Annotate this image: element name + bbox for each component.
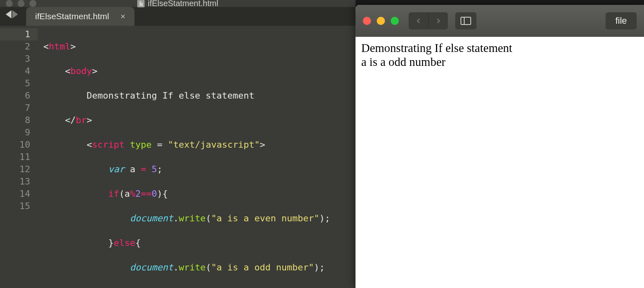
minimize-icon[interactable] [377, 17, 385, 25]
line-number: 9 [0, 126, 30, 139]
code-token: ( [119, 189, 124, 199]
code-token: if [108, 189, 119, 199]
code-token: % [130, 189, 135, 199]
code-token: < [43, 41, 49, 52]
code-token: html [49, 41, 70, 52]
code-token: = [135, 164, 152, 174]
line-gutter: 1 2 3 4 5 6 7 8 9 10 11 12 13 14 15 [0, 26, 38, 288]
code-token: script [92, 140, 124, 150]
code-token: = [152, 140, 168, 150]
url-field[interactable]: file [606, 12, 637, 29]
code-token: . [173, 213, 179, 223]
editor-titlebar: ifElseStatment.html [0, 0, 356, 7]
code-token: else [114, 238, 135, 248]
editor-nav-arrows [6, 7, 26, 26]
code-token: ( [206, 213, 211, 223]
code-area[interactable]: <html> <body> Demonstrating If else stat… [38, 26, 356, 288]
line-number: 3 [0, 53, 30, 65]
editor-window: ifElseStatment.html ifElseStatment.html … [0, 0, 356, 288]
code-token: br [76, 115, 87, 125]
code-token: > [92, 66, 97, 76]
line-number: 11 [0, 151, 30, 163]
line-number: 1 [0, 28, 38, 40]
line-number: 10 [0, 139, 30, 151]
code-token: document [130, 213, 173, 223]
code-token: "a is a odd number" [211, 262, 314, 272]
browser-content: Demonstrating If else statement a is a o… [356, 37, 644, 288]
close-icon[interactable] [6, 0, 13, 7]
code-token: == [141, 189, 152, 199]
code-token: Demonstrating If else statement [87, 90, 255, 101]
nav-forward-button[interactable] [428, 12, 448, 29]
nav-forward-icon[interactable] [12, 10, 18, 18]
maximize-icon[interactable] [391, 17, 399, 25]
tab-close-icon[interactable]: × [121, 12, 125, 21]
code-token: . [173, 262, 179, 272]
code-token: ( [206, 262, 211, 272]
code-token: < [87, 140, 92, 150]
code-token: var [108, 164, 125, 174]
line-number: 14 [0, 188, 30, 200]
editor-tabbar: ifElseStatment.html × [0, 7, 356, 26]
page-text-line: a is a odd number [361, 55, 638, 69]
code-token: write [179, 262, 206, 272]
browser-traffic-lights [363, 17, 399, 25]
maximize-icon[interactable] [29, 0, 36, 7]
code-token: { [135, 238, 141, 248]
code-token: ){ [157, 189, 168, 199]
code-token: 2 [135, 189, 141, 199]
editor-tab[interactable]: ifElseStatment.html × [26, 7, 134, 26]
nav-back-button[interactable] [409, 12, 428, 29]
code-token: write [179, 213, 206, 223]
code-token: ); [314, 262, 325, 272]
line-number: 7 [0, 102, 30, 114]
editor-title-label: ifElseStatment.html [148, 0, 218, 8]
line-number: 12 [0, 163, 30, 176]
code-token: 0 [152, 189, 157, 199]
line-number: 2 [0, 40, 30, 53]
minimize-icon[interactable] [18, 0, 25, 7]
code-token: ; [157, 164, 162, 174]
line-number: 15 [0, 200, 30, 212]
line-number: 5 [0, 77, 30, 90]
editor-window-title: ifElseStatment.html [137, 0, 218, 8]
code-token: </ [65, 115, 76, 125]
code-token: "a is a even number" [211, 213, 320, 223]
code-token: body [70, 66, 92, 76]
line-number: 6 [0, 90, 30, 102]
close-icon[interactable] [363, 17, 371, 25]
code-token: ); [320, 213, 331, 223]
line-number: 4 [0, 65, 30, 77]
code-token: "text/javascript" [168, 140, 260, 150]
code-token: 5 [152, 164, 157, 174]
code-token: document [130, 262, 173, 272]
code-token [125, 164, 130, 174]
editor-traffic-lights [6, 0, 36, 7]
line-number: 8 [0, 114, 30, 126]
line-number: 13 [0, 176, 30, 188]
code-token: > [70, 41, 76, 52]
sidebar-toggle-button[interactable] [455, 12, 476, 29]
code-token: < [65, 66, 70, 76]
editor-body: 1 2 3 4 5 6 7 8 9 10 11 12 13 14 15 <htm… [0, 26, 356, 288]
browser-titlebar: file [356, 5, 644, 37]
editor-tab-label: ifElseStatment.html [35, 11, 109, 21]
code-token: } [108, 238, 114, 248]
code-token: > [260, 140, 265, 150]
nav-back-icon[interactable] [6, 10, 11, 18]
code-token: a [125, 189, 130, 199]
code-token: a [130, 164, 135, 174]
page-text-line: Demonstrating If else statement [361, 41, 638, 55]
browser-nav-group [409, 12, 448, 29]
url-text: file [615, 16, 627, 26]
code-token: type [130, 140, 152, 150]
document-icon [137, 0, 145, 7]
browser-window: file Demonstrating If else statement a i… [356, 5, 644, 288]
code-token: > [87, 115, 92, 125]
svg-rect-0 [461, 17, 471, 25]
